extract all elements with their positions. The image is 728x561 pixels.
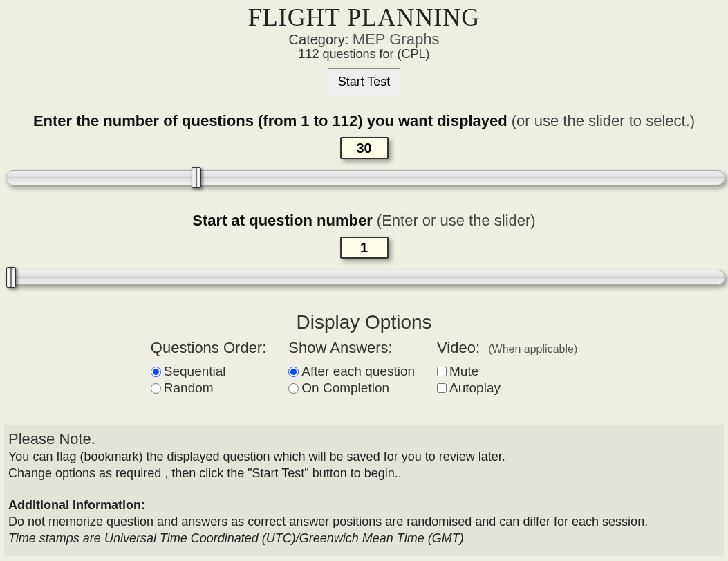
note-box: Please Note. You can flag (bookmark) the… — [4, 425, 724, 556]
questions-order-heading: Questions Order: — [151, 339, 267, 357]
question-count-prompt: Enter the number of questions (from 1 to… — [4, 112, 724, 130]
additional-info-line-2: Time stamps are Universal Time Coordinat… — [8, 530, 720, 546]
category-line: Category: MEP Graphs — [4, 30, 724, 48]
start-at-prompt-light: (Enter or use the slider) — [373, 212, 536, 229]
question-count-input[interactable] — [340, 137, 389, 159]
order-sequential-radio[interactable] — [151, 367, 161, 377]
additional-info-heading: Additional Information: — [8, 497, 720, 513]
questions-order-column: Questions Order: Sequential Random — [151, 339, 267, 397]
question-count-prompt-light: (or use the slider to select.) — [507, 112, 695, 129]
video-autoplay-label: Autoplay — [449, 380, 501, 396]
video-autoplay-option[interactable]: Autoplay — [437, 380, 577, 396]
start-at-prompt-bold: Start at question number — [192, 212, 372, 229]
order-sequential-label: Sequential — [164, 364, 226, 379]
answers-on-completion-radio[interactable] — [288, 383, 299, 394]
video-mute-label: Mute — [449, 364, 478, 379]
start-at-input[interactable] — [340, 237, 389, 259]
start-test-button[interactable]: Start Test — [328, 68, 401, 95]
video-sub: (When applicable) — [488, 343, 577, 355]
answers-after-each-label: After each question — [301, 364, 415, 379]
question-count-line: 112 questions for (CPL) — [4, 47, 724, 62]
note-line-1: You can flag (bookmark) the displayed qu… — [8, 448, 720, 465]
video-mute-checkbox[interactable] — [437, 367, 447, 376]
note-heading: Please Note. — [8, 430, 720, 448]
answers-on-completion-label: On Completion — [301, 380, 389, 396]
answers-after-each-option[interactable]: After each question — [288, 364, 415, 379]
question-count-slider[interactable] — [6, 170, 725, 185]
video-heading-text: Video: — [437, 339, 480, 356]
show-answers-heading: Show Answers: — [288, 339, 415, 357]
start-at-prompt: Start at question number (Enter or use t… — [4, 212, 724, 230]
answers-on-completion-option[interactable]: On Completion — [288, 380, 415, 396]
category-label: Category: — [289, 32, 349, 47]
question-count-prompt-bold: Enter the number of questions (from 1 to… — [33, 112, 507, 129]
page-title: FLIGHT PLANNING — [4, 3, 724, 32]
order-random-label: Random — [164, 380, 214, 396]
order-random-radio[interactable] — [151, 383, 161, 394]
additional-info-line-1: Do not memorize question and answers as … — [8, 513, 720, 530]
show-answers-column: Show Answers: After each question On Com… — [288, 339, 415, 397]
video-mute-option[interactable]: Mute — [437, 364, 577, 379]
video-column: Video: (When applicable) Mute Autoplay — [437, 339, 577, 397]
display-options-heading: Display Options — [4, 311, 724, 333]
category-value: MEP Graphs — [353, 30, 440, 48]
video-heading: Video: (When applicable) — [437, 339, 577, 357]
note-line-2: Change options as required , then click … — [8, 465, 720, 481]
video-autoplay-checkbox[interactable] — [437, 383, 447, 393]
start-at-slider[interactable] — [6, 270, 725, 285]
order-sequential-option[interactable]: Sequential — [151, 364, 267, 379]
answers-after-each-radio[interactable] — [288, 367, 299, 377]
order-random-option[interactable]: Random — [151, 380, 267, 396]
